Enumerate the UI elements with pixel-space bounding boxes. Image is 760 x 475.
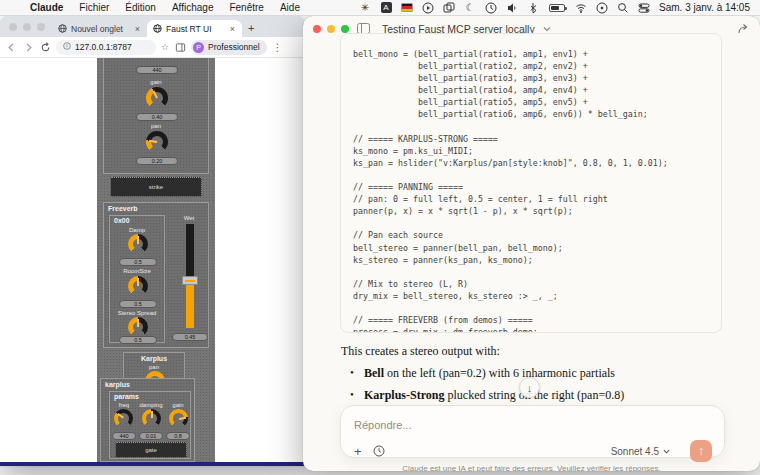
update-status-icon[interactable] [596,2,608,14]
menu-affichage[interactable]: Affichage [164,2,222,13]
screen-time-icon[interactable] [485,2,497,14]
faust-code: bell_mono = (bell_partial(ratio1, amp1, … [341,34,721,333]
menu-claude[interactable]: Claude [22,2,71,13]
play-circle-icon[interactable] [422,2,434,14]
assistant-paragraph: This creates a stereo output with: [341,344,725,359]
freeverb-0x00-group: 0x00 Damp 0.5 RoomSize 0.5 Stereo Spread… [109,215,165,343]
roomsize-value[interactable]: 0.5 [119,300,157,308]
claude-window: Testing Faust MCP server locally bell_mo… [303,16,760,471]
stereo-spread-value[interactable]: 0.5 [119,336,157,344]
gate-button[interactable]: gate [115,442,187,458]
bell-pan-value[interactable]: 0.20 [136,157,178,165]
close-window-button[interactable] [313,25,321,33]
ks-gain-label: gain [164,402,192,408]
new-tab-button[interactable]: + [248,22,254,34]
attach-plus-icon[interactable]: + [354,445,362,458]
share-icon[interactable] [737,23,750,35]
damp-label: Damp [110,227,164,233]
site-info-icon[interactable] [63,42,71,52]
ks-damping-label: damping [136,402,166,408]
bell-pan-knob[interactable] [146,131,168,153]
wet-slider-handle[interactable] [182,276,198,285]
ks-damping-value[interactable]: 0.01 [139,432,163,440]
close-window-button[interactable] [9,23,17,31]
reload-icon[interactable] [39,41,51,53]
tab-close-icon[interactable]: × [229,24,236,34]
message-composer[interactable]: + Sonnet 4.5 ↑ [340,405,725,458]
battery-icon [548,2,566,14]
reply-input[interactable] [354,419,712,431]
bell-freq-value[interactable]: 440 [136,66,178,74]
damp-knob[interactable] [128,234,148,254]
volume-icon[interactable] [506,2,518,14]
address-bar[interactable]: 127.0.0.1:8787 [56,40,156,55]
browser-menu-icon[interactable]: ⋮ [273,42,283,53]
tab-faust-rt-ui[interactable]: Faust RT UI × [147,20,242,37]
keyboard-input-icon[interactable]: A [380,2,392,14]
browser-tab-strip: Nouvel onglet × Faust RT UI × + [0,16,305,37]
menu-bar-clock[interactable]: Sam. 3 janv. à 14:05 [659,2,750,13]
profile-chip[interactable]: P Professionnel [191,40,267,55]
minimize-window-button[interactable] [23,23,31,31]
stereo-spread-knob[interactable] [128,317,148,337]
bookmark-star-icon[interactable]: ☆ [161,42,169,52]
menu-bar: Claude Fichier Édition Affichage Fenêtre… [0,0,760,16]
tab-favicon-globe-icon [153,24,162,33]
composer-toolbar: + Sonnet 4.5 ↑ [354,440,712,462]
browser-window-controls[interactable] [9,23,45,31]
bell-gain-label: gain [104,79,208,85]
menu-fichier[interactable]: Fichier [71,2,117,13]
back-icon[interactable] [5,41,17,53]
side-panel-icon[interactable] [174,41,186,53]
damp-value[interactable]: 0.5 [119,258,157,266]
roomsize-knob[interactable] [128,276,148,296]
send-button[interactable]: ↑ [690,440,712,462]
zoom-window-button[interactable] [341,25,349,33]
history-clock-icon[interactable] [373,445,385,457]
ks-gain-value[interactable]: 0.8 [166,432,190,440]
ks-freq-knob[interactable] [114,409,133,428]
karplus-pan-group-title: Karplus [124,355,184,362]
tab-nouvel-onglet[interactable]: Nouvel onglet × [52,20,147,37]
wet-slider[interactable] [182,224,198,328]
scroll-to-bottom-button[interactable]: ↓ [519,377,540,398]
wifi-icon[interactable] [575,2,587,14]
ks-gain-knob[interactable] [169,409,188,428]
bluetooth-icon[interactable] [527,2,539,14]
claude-window-controls[interactable] [313,25,349,33]
bell-pan-label: pan [104,123,208,129]
windows-stack-icon[interactable] [443,2,455,14]
bell-gain-value[interactable]: 0.40 [136,113,178,121]
moon-focus-icon[interactable]: ☾ [464,2,476,14]
minimize-window-button[interactable] [327,25,335,33]
bullet-marker: • [350,366,364,381]
stereo-spread-label: Stereo Spread [110,310,164,316]
browser-window-bottom-edge [0,462,305,466]
chevron-down-icon[interactable] [543,25,551,33]
bullet-bold-text: Bell [364,366,384,380]
spotlight-icon[interactable] [617,2,629,14]
forward-icon[interactable] [22,41,34,53]
menu-edition[interactable]: Édition [117,2,164,13]
model-selector[interactable]: Sonnet 4.5 [611,446,670,457]
code-block: bell_mono = (bell_partial(ratio1, amp1, … [340,33,722,333]
tab-label: Faust RT UI [166,24,225,34]
bell-gain-knob[interactable] [146,87,168,109]
menu-aide[interactable]: Aide [272,2,308,13]
wet-label: Wet [174,215,204,221]
ks-damping-knob[interactable] [142,409,161,428]
url-text: 127.0.0.1:8787 [75,42,132,52]
tab-close-icon[interactable]: × [134,24,141,34]
ks-freq-value[interactable]: 440 [112,432,136,440]
control-center-icon[interactable] [638,2,650,14]
browser-window: Nouvel onglet × Faust RT UI × + 127. [0,16,305,466]
menu-fenetre[interactable]: Fenêtre [221,2,271,13]
language-flag-icon[interactable] [401,2,413,14]
profile-label: Professionnel [208,42,260,52]
disclaimer-text: Claude est une IA et peut faire des erre… [303,464,760,471]
wet-value[interactable]: 0.45 [172,333,208,341]
strike-button[interactable]: strike [110,177,202,197]
model-name: Sonnet 4.5 [611,446,659,457]
zoom-window-button[interactable] [37,23,45,31]
asterisk-icon[interactable]: ✳ [359,2,371,14]
